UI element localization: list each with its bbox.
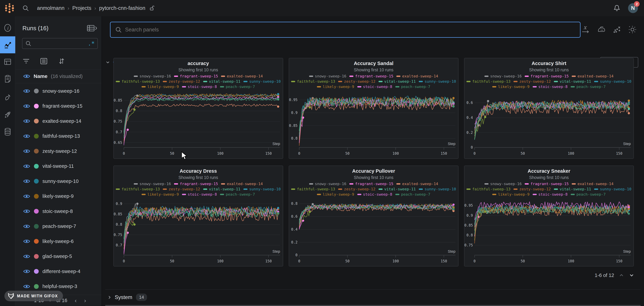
- legend-item[interactable]: fragrant-sweep-15: [174, 74, 218, 79]
- legend-item[interactable]: stoic-sweep-8: [533, 192, 568, 197]
- legend-item[interactable]: peach-sweep-7: [571, 84, 606, 89]
- run-row[interactable]: sunny-sweep-10: [15, 174, 102, 189]
- run-name[interactable]: likely-sweep-6: [42, 239, 74, 244]
- legend-item[interactable]: fragrant-sweep-15: [525, 181, 569, 186]
- legend-item[interactable]: vital-sweep-11: [378, 186, 416, 192]
- sort-icon[interactable]: [57, 57, 66, 65]
- legend-item[interactable]: zesty-sweep-12: [163, 186, 200, 192]
- runs-list-header[interactable]: Name (16 visualized): [15, 69, 102, 83]
- run-name[interactable]: exalted-sweep-14: [42, 118, 81, 124]
- run-name[interactable]: glad-sweep-5: [42, 253, 72, 259]
- run-name[interactable]: helpful-sweep-3: [42, 283, 77, 289]
- legend-item[interactable]: vital-sweep-11: [203, 186, 240, 192]
- page-down-icon[interactable]: [629, 272, 634, 278]
- system-section-label[interactable]: System: [115, 294, 132, 300]
- legend-item[interactable]: faithful-sweep-13: [116, 186, 160, 192]
- chart-panel[interactable]: Accuracy Sandal Showing first 10 runs sn…: [289, 58, 458, 159]
- run-name[interactable]: likely-sweep-9: [42, 193, 74, 199]
- legend-item[interactable]: vital-sweep-11: [378, 79, 416, 84]
- legend-item[interactable]: peach-sweep-7: [571, 192, 606, 197]
- run-row[interactable]: faithful-sweep-13: [15, 129, 102, 144]
- run-name[interactable]: zesty-sweep-12: [42, 148, 77, 154]
- visibility-eye-icon[interactable]: [23, 284, 30, 289]
- legend-item[interactable]: stoic-sweep-8: [182, 192, 217, 197]
- filter-icon[interactable]: [22, 57, 30, 65]
- legend-item[interactable]: sunny-sweep-10: [594, 186, 631, 192]
- legend-item[interactable]: exalted-sweep-14: [221, 74, 263, 79]
- legend-item[interactable]: stoic-sweep-8: [357, 84, 392, 89]
- legend-item[interactable]: snowy-sweep-16: [134, 181, 171, 186]
- legend-item[interactable]: faithful-sweep-13: [466, 186, 510, 192]
- legend-item[interactable]: zesty-sweep-12: [514, 79, 551, 84]
- legend-item[interactable]: vital-sweep-11: [554, 79, 591, 84]
- x-axis-settings-icon[interactable]: x: [581, 25, 590, 34]
- legend-item[interactable]: vital-sweep-11: [554, 186, 591, 192]
- smoothing-iron-icon[interactable]: [596, 25, 606, 34]
- run-name[interactable]: fragrant-sweep-15: [42, 103, 82, 109]
- breadcrumb-user[interactable]: anmolmann: [37, 5, 64, 11]
- run-name[interactable]: stoic-sweep-8: [42, 208, 73, 214]
- run-row[interactable]: exalted-sweep-14: [15, 114, 102, 129]
- legend-item[interactable]: zesty-sweep-12: [338, 186, 375, 192]
- visibility-eye-icon[interactable]: [23, 269, 30, 274]
- legend-item[interactable]: fragrant-sweep-15: [525, 74, 569, 79]
- legend-item[interactable]: zesty-sweep-12: [338, 79, 375, 84]
- legend-item[interactable]: sunny-sweep-10: [594, 79, 631, 84]
- visibility-eye-icon[interactable]: [23, 179, 30, 184]
- legend-item[interactable]: sunny-sweep-10: [419, 79, 456, 84]
- legend-item[interactable]: likely-sweep-9: [142, 192, 179, 197]
- legend-item[interactable]: fragrant-sweep-15: [349, 74, 393, 79]
- legend-item[interactable]: stoic-sweep-8: [182, 84, 217, 89]
- legend-item[interactable]: sunny-sweep-10: [244, 186, 280, 192]
- legend-item[interactable]: exalted-sweep-14: [396, 181, 438, 186]
- global-search-icon[interactable]: [22, 5, 29, 12]
- legend-item[interactable]: faithful-sweep-13: [116, 79, 160, 84]
- user-avatar[interactable]: N 2: [628, 3, 638, 13]
- runs-search-input[interactable]: [34, 41, 88, 46]
- panel-search-box[interactable]: [110, 22, 580, 38]
- logs-clipboard-tab[interactable]: [0, 70, 15, 87]
- chart-panel[interactable]: accuracy Showing first 10 runs snowy-swe…: [114, 58, 283, 159]
- run-row[interactable]: different-sweep-4: [15, 264, 102, 279]
- legend-item[interactable]: likely-sweep-9: [492, 192, 530, 197]
- legend-item[interactable]: peach-sweep-7: [220, 192, 255, 197]
- visibility-eye-icon[interactable]: [23, 89, 30, 94]
- run-name[interactable]: peach-sweep-7: [42, 223, 76, 229]
- legend-item[interactable]: exalted-sweep-14: [221, 181, 263, 186]
- legend-item[interactable]: faithful-sweep-13: [466, 79, 510, 84]
- visibility-eye-icon[interactable]: [23, 239, 30, 244]
- chart-panel[interactable]: Accuracy Sneaker Showing first 10 runs s…: [464, 166, 634, 266]
- run-row[interactable]: likely-sweep-6: [15, 234, 102, 249]
- legend-item[interactable]: stoic-sweep-8: [357, 192, 392, 197]
- workspace-charts-tab[interactable]: [0, 36, 15, 53]
- legend-item[interactable]: exalted-sweep-14: [396, 74, 438, 79]
- run-row[interactable]: likely-sweep-9: [15, 189, 102, 204]
- prev-page-icon[interactable]: ‹: [75, 297, 76, 304]
- legend-item[interactable]: peach-sweep-7: [395, 192, 430, 197]
- run-name[interactable]: faithful-sweep-13: [42, 133, 80, 139]
- notifications-bell-icon[interactable]: [613, 5, 620, 12]
- next-page-icon[interactable]: ›: [84, 297, 86, 304]
- run-name[interactable]: different-sweep-4: [42, 269, 80, 274]
- run-name[interactable]: sunny-sweep-10: [42, 178, 78, 184]
- run-row[interactable]: stoic-sweep-8: [15, 204, 102, 219]
- legend-item[interactable]: snowy-sweep-16: [309, 181, 346, 186]
- legend-item[interactable]: likely-sweep-9: [142, 84, 179, 89]
- visibility-eye-icon[interactable]: [23, 119, 30, 124]
- overview-info-icon[interactable]: i: [0, 19, 15, 36]
- group-list-icon[interactable]: [40, 57, 48, 65]
- visibility-eye-icon[interactable]: [23, 164, 30, 169]
- run-name[interactable]: snowy-sweep-16: [42, 88, 80, 94]
- legend-item[interactable]: faithful-sweep-13: [291, 79, 335, 84]
- launch-rocket-tab[interactable]: [0, 106, 15, 123]
- legend-item[interactable]: vital-sweep-11: [203, 79, 240, 84]
- remove-outliers-icon[interactable]: [612, 25, 622, 34]
- legend-item[interactable]: sunny-sweep-10: [244, 79, 280, 84]
- legend-item[interactable]: snowy-sweep-16: [134, 74, 171, 79]
- panel-search-input[interactable]: [125, 27, 576, 33]
- chevron-right-icon[interactable]: [107, 295, 112, 300]
- legend-item[interactable]: peach-sweep-7: [395, 84, 430, 89]
- visibility-eye-icon[interactable]: [23, 194, 30, 199]
- legend-item[interactable]: likely-sweep-9: [317, 192, 354, 197]
- legend-item[interactable]: exalted-sweep-14: [572, 181, 614, 186]
